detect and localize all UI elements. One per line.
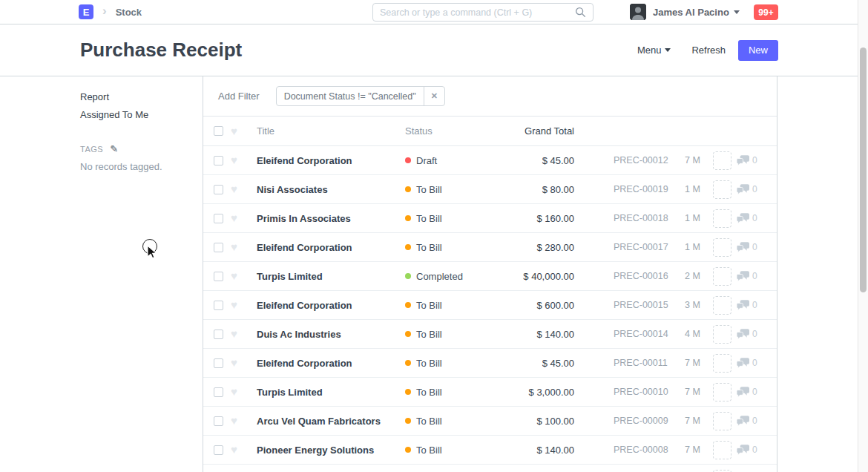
row-title[interactable]: Turpis Limited (257, 271, 405, 282)
table-row[interactable]: ♥ Duis Ac Industries To Bill $ 140.00 PR… (203, 320, 777, 349)
assignee-placeholder[interactable] (713, 383, 731, 401)
row-checkbox[interactable] (214, 445, 223, 455)
search-input[interactable] (380, 7, 575, 18)
comment-count-value: 0 (752, 184, 757, 194)
row-document-id[interactable]: PREC-00011 (614, 358, 673, 368)
table-row[interactable]: ♥ Turpis Limited Completed $ 40,000.00 P… (203, 262, 777, 291)
assignee-placeholder[interactable] (713, 441, 731, 459)
assignee-placeholder[interactable] (713, 151, 731, 170)
new-button[interactable]: New (738, 40, 778, 61)
sidebar-item-report[interactable]: Report (80, 91, 188, 103)
heart-icon[interactable]: ♥ (231, 126, 243, 137)
row-document-id[interactable]: PREC-00018 (614, 213, 673, 223)
column-header-status: Status (405, 125, 487, 137)
table-row[interactable]: ♥ Pioneer Energy Solutions To Bill $ 140… (203, 436, 777, 465)
row-status: To Bill (405, 300, 487, 311)
table-row[interactable]: ♥ Arcu Vel Quam Fabricators To Bill $ 10… (203, 407, 777, 436)
row-title[interactable]: Duis Ac Industries (257, 329, 405, 340)
row-title[interactable]: Pioneer Energy Solutions (257, 445, 405, 456)
heart-icon[interactable]: ♥ (231, 242, 243, 252)
status-dot (405, 215, 411, 221)
row-checkbox[interactable] (214, 330, 223, 339)
row-checkbox[interactable] (214, 243, 223, 252)
row-document-id[interactable]: PREC-00008 (614, 445, 673, 455)
row-document-id[interactable]: PREC-00016 (614, 271, 673, 281)
status-dot (405, 244, 411, 250)
remove-filter-icon[interactable]: ✕ (424, 87, 444, 105)
row-title[interactable]: Arcu Vel Quam Fabricators (257, 416, 405, 427)
row-grand-total: $ 3,000.00 (487, 387, 574, 398)
row-title[interactable]: Primis In Associates (257, 213, 405, 224)
filter-chip[interactable]: Document Status != "Cancelled" ✕ (276, 86, 445, 106)
row-document-id[interactable]: PREC-00017 (614, 242, 673, 252)
row-document-id[interactable]: PREC-00010 (614, 387, 673, 397)
row-checkbox[interactable] (214, 416, 223, 426)
row-document-id[interactable]: PREC-00015 (614, 300, 673, 310)
table-row[interactable]: ♥ Nisi Associates To Bill $ 80.00 PREC-0… (203, 175, 777, 204)
row-title[interactable]: Nisi Associates (257, 184, 405, 195)
table-row[interactable]: ♥ (203, 465, 777, 472)
row-title[interactable]: Eleifend Corporation (257, 242, 405, 253)
heart-icon[interactable]: ♥ (231, 155, 243, 165)
notification-badge[interactable]: 99+ (754, 4, 778, 20)
row-status: To Bill (405, 184, 487, 195)
row-title[interactable]: Turpis Limited (257, 387, 405, 398)
assignee-placeholder[interactable] (713, 238, 731, 257)
row-checkbox[interactable] (214, 214, 223, 223)
global-search[interactable] (372, 3, 594, 22)
assignee-placeholder[interactable] (713, 412, 731, 430)
row-document-id[interactable]: PREC-00012 (614, 155, 673, 165)
heart-icon[interactable]: ♥ (231, 358, 243, 368)
row-document-id[interactable]: PREC-00009 (614, 416, 673, 426)
app-logo[interactable]: E (79, 4, 93, 19)
page-title: Purchase Receipt (80, 39, 242, 62)
row-checkbox[interactable] (214, 185, 223, 194)
assignee-placeholder[interactable] (713, 267, 731, 286)
row-title[interactable]: Eleifend Corporation (257, 155, 405, 166)
status-label: To Bill (416, 387, 442, 398)
row-checkbox[interactable] (214, 156, 223, 165)
user-menu[interactable]: James Al Pacino (630, 4, 740, 20)
heart-icon[interactable]: ♥ (231, 329, 243, 339)
filter-chip-label[interactable]: Document Status != "Cancelled" (277, 87, 424, 105)
row-document-id[interactable]: PREC-00014 (614, 329, 673, 339)
assignee-placeholder[interactable] (713, 209, 731, 228)
comment-icon (737, 184, 749, 195)
select-all-checkbox[interactable] (214, 126, 223, 136)
row-checkbox[interactable] (214, 358, 223, 368)
row-document-id[interactable]: PREC-00019 (614, 184, 673, 194)
table-row[interactable]: ♥ Eleifend Corporation To Bill $ 45.00 P… (203, 349, 777, 378)
assignee-placeholder[interactable] (713, 296, 731, 315)
scrollbar-thumb[interactable] (860, 47, 867, 292)
row-checkbox[interactable] (214, 301, 223, 310)
assignee-placeholder[interactable] (713, 354, 731, 373)
heart-icon[interactable]: ♥ (231, 271, 243, 281)
table-row[interactable]: ♥ Eleifend Corporation To Bill $ 280.00 … (203, 233, 777, 262)
table-row[interactable]: ♥ Turpis Limited To Bill $ 3,000.00 PREC… (203, 378, 777, 407)
row-modified-age: 1 M (685, 184, 707, 194)
table-row[interactable]: ♥ Primis In Associates To Bill $ 160.00 … (203, 204, 777, 233)
heart-icon[interactable]: ♥ (231, 387, 243, 397)
menu-button[interactable]: Menu (637, 45, 671, 56)
refresh-button[interactable]: Refresh (691, 45, 726, 56)
status-label: To Bill (416, 358, 442, 369)
edit-tags-icon[interactable]: ✎ (110, 143, 118, 154)
row-checkbox[interactable] (214, 387, 223, 397)
breadcrumb[interactable]: Stock (116, 7, 142, 18)
sidebar-item-assigned-to-me[interactable]: Assigned To Me (80, 109, 188, 121)
table-row[interactable]: ♥ Eleifend Corporation To Bill $ 600.00 … (203, 291, 777, 320)
assignee-placeholder[interactable] (713, 470, 731, 472)
row-checkbox[interactable] (214, 272, 223, 281)
heart-icon[interactable]: ♥ (231, 300, 243, 310)
assignee-placeholder[interactable] (713, 325, 731, 344)
heart-icon[interactable]: ♥ (231, 445, 243, 455)
row-title[interactable]: Eleifend Corporation (257, 358, 405, 369)
heart-icon[interactable]: ♥ (231, 213, 243, 223)
add-filter-button[interactable]: Add Filter (218, 91, 260, 102)
assignee-placeholder[interactable] (713, 180, 731, 199)
table-row[interactable]: ♥ Eleifend Corporation Draft $ 45.00 PRE… (203, 146, 777, 175)
row-title[interactable]: Eleifend Corporation (257, 300, 405, 311)
vertical-scrollbar[interactable] (858, 0, 868, 472)
heart-icon[interactable]: ♥ (231, 416, 243, 426)
heart-icon[interactable]: ♥ (231, 184, 243, 194)
